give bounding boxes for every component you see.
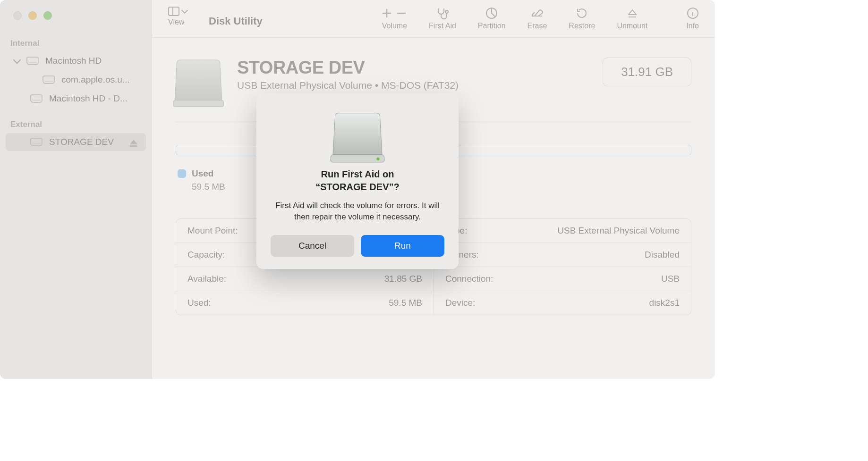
volume-title: STORAGE DEV — [237, 58, 459, 78]
svg-point-0 — [445, 10, 448, 13]
sidebar-item-label: Macintosh HD — [45, 56, 102, 66]
chevron-down-icon — [13, 56, 21, 64]
first-aid-button[interactable]: First Aid — [429, 7, 456, 30]
unmount-label: Unmount — [617, 22, 647, 30]
volume-add-button[interactable] — [382, 7, 391, 20]
volume-disk-icon — [175, 60, 222, 103]
chevron-down-icon — [181, 7, 188, 14]
detail-row-device: Device: disk2s1 — [434, 291, 691, 315]
eject-icon[interactable] — [130, 140, 137, 144]
sidebar-item-label: STORAGE DEV — [49, 137, 114, 147]
detail-label: Available: — [187, 274, 226, 284]
first-aid-label: First Aid — [429, 22, 456, 30]
detail-value: USB External Physical Volume — [557, 226, 680, 236]
info-button[interactable]: Info — [686, 7, 699, 30]
detail-label: Mount Point: — [187, 226, 238, 236]
volume-subtitle: USB External Physical Volume • MS-DOS (F… — [237, 80, 459, 91]
view-menu-button[interactable]: View — [168, 7, 187, 26]
used-swatch-icon — [178, 169, 186, 178]
detail-value: 59.5 MB — [389, 298, 422, 308]
minimize-window-button[interactable] — [28, 11, 37, 20]
disk-icon — [43, 75, 55, 84]
toolbar: View Disk Utility Volume First Aid — [152, 0, 715, 38]
minus-icon — [397, 7, 406, 20]
sidebar-item-label: com.apple.os.u... — [61, 75, 130, 85]
detail-label: Connection: — [445, 274, 493, 284]
partition-button[interactable]: Partition — [478, 7, 506, 30]
window-controls — [0, 11, 152, 20]
sidebar-layout-icon — [168, 7, 179, 16]
erase-icon — [530, 7, 544, 20]
restore-button[interactable]: Restore — [569, 7, 595, 30]
run-button[interactable]: Run — [361, 235, 444, 257]
detail-value: Disabled — [645, 250, 680, 260]
volume-remove-button[interactable]: Volume — [396, 7, 407, 30]
dialog-disk-icon — [332, 113, 383, 157]
detail-value: USB — [661, 274, 680, 284]
detail-row-used: Used: 59.5 MB — [176, 291, 434, 315]
partition-label: Partition — [478, 22, 506, 30]
disk-icon — [26, 57, 39, 65]
volume-total-size: 31.91 GB — [603, 58, 691, 86]
info-icon — [687, 7, 699, 20]
first-aid-dialog: Run First Aid on “STORAGE DEV”? First Ai… — [256, 93, 459, 269]
unmount-button[interactable]: Unmount — [617, 7, 647, 30]
dialog-title-line1: Run First Aid on — [321, 169, 394, 179]
dialog-buttons: Cancel Run — [271, 235, 444, 257]
sidebar-item-macintosh-hd-data[interactable]: Macintosh HD - D... — [6, 90, 146, 108]
pie-icon — [485, 7, 498, 20]
erase-label: Erase — [528, 22, 547, 30]
dialog-title: Run First Aid on “STORAGE DEV”? — [271, 168, 444, 193]
detail-label: Device: — [445, 298, 475, 308]
eject-icon — [627, 7, 638, 20]
sidebar-item-com-apple-os[interactable]: com.apple.os.u... — [6, 71, 146, 89]
detail-label: Capacity: — [187, 250, 225, 260]
fullscreen-window-button[interactable] — [43, 11, 52, 20]
dialog-body: First Aid will check the volume for erro… — [271, 200, 444, 223]
info-label: Info — [686, 22, 699, 30]
detail-value: 31.85 GB — [384, 274, 422, 284]
disk-utility-window: Internal Macintosh HD com.apple.os.u... … — [0, 0, 715, 379]
detail-row-type: Type: USB External Physical Volume — [434, 219, 691, 243]
plus-icon — [382, 7, 391, 20]
detail-row-connection: Connection: USB — [434, 267, 691, 291]
restore-icon — [576, 7, 588, 20]
cancel-button[interactable]: Cancel — [271, 235, 354, 257]
sidebar-item-macintosh-hd[interactable]: Macintosh HD — [6, 52, 146, 70]
sidebar-external-header: External — [0, 118, 152, 132]
detail-row-owners: Owners: Disabled — [434, 243, 691, 267]
volume-label: Volume — [382, 22, 407, 30]
detail-row-available: Available: 31.85 GB — [176, 267, 434, 291]
app-title: Disk Utility — [209, 15, 263, 27]
used-label: Used — [192, 168, 213, 179]
dialog-title-line2: “STORAGE DEV”? — [315, 182, 399, 192]
sidebar-internal-header: Internal — [0, 37, 152, 51]
usage-used: Used 59.5 MB — [178, 168, 225, 192]
used-value: 59.5 MB — [178, 182, 225, 192]
sidebar-item-storage-dev[interactable]: STORAGE DEV — [6, 133, 146, 151]
sidebar-item-label: Macintosh HD - D... — [49, 93, 128, 104]
disk-icon — [30, 94, 43, 103]
close-window-button[interactable] — [13, 11, 22, 20]
erase-button[interactable]: Erase — [528, 7, 547, 30]
stethoscope-icon — [435, 7, 450, 20]
sidebar: Internal Macintosh HD com.apple.os.u... … — [0, 0, 152, 379]
detail-label: Used: — [187, 298, 211, 308]
disk-icon — [30, 138, 43, 146]
view-label: View — [168, 18, 184, 26]
detail-value: disk2s1 — [649, 298, 680, 308]
restore-label: Restore — [569, 22, 595, 30]
